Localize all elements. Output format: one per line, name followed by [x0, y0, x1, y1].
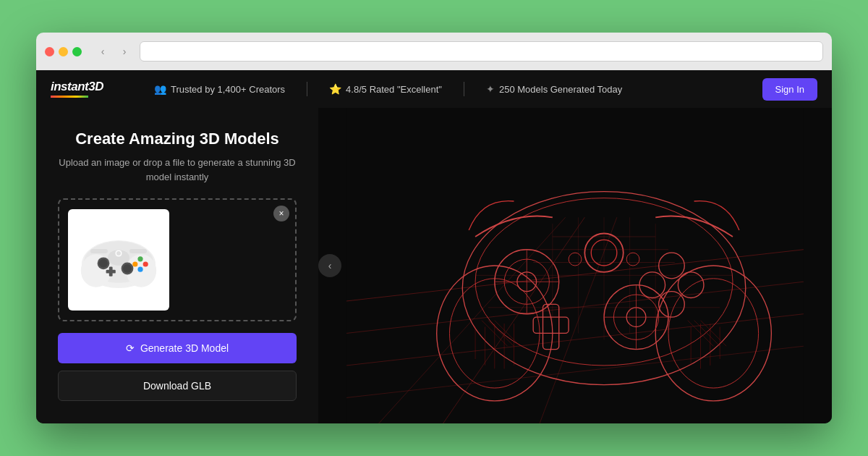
minimize-traffic-light[interactable]	[59, 47, 68, 56]
svg-rect-18	[129, 249, 147, 253]
svg-rect-17	[90, 249, 108, 253]
logo-text: instant3D	[51, 80, 103, 94]
navbar-stats: 👥 Trusted by 1,400+ Creators ⭐ 4.8/5 Rat…	[132, 82, 762, 96]
panel-subtitle: Upload an image or drop a file to genera…	[58, 156, 297, 184]
controller-preview	[75, 227, 162, 292]
generate-button[interactable]: ⟳ Generate 3D Model	[58, 333, 297, 363]
stat-rating-text: 4.8/5 Rated "Excellent"	[346, 84, 442, 95]
wireframe-scene	[318, 108, 832, 423]
svg-point-10	[123, 264, 132, 273]
upload-zone[interactable]: ×	[58, 198, 297, 321]
panel-title: Create Amazing 3D Models	[58, 130, 297, 148]
svg-point-6	[116, 251, 121, 256]
star-icon: ⭐	[329, 83, 341, 95]
close-traffic-light[interactable]	[45, 47, 54, 56]
svg-point-16	[132, 261, 137, 266]
generate-icon: ⟳	[126, 342, 135, 354]
main-content: Create Amazing 3D Models Upload an image…	[36, 108, 832, 423]
logo-bar	[51, 96, 88, 98]
logo: instant3D	[51, 80, 103, 98]
stat-creators: 👥 Trusted by 1,400+ Creators	[132, 83, 307, 95]
signin-button[interactable]: Sign In	[762, 78, 817, 101]
forward-nav-button[interactable]: ›	[115, 42, 134, 61]
people-icon: 👥	[154, 83, 166, 95]
stat-rating: ⭐ 4.8/5 Rated "Excellent"	[307, 83, 464, 95]
svg-point-14	[143, 261, 148, 266]
fullscreen-traffic-light[interactable]	[72, 47, 82, 56]
stat-models: ✦ 250 Models Generated Today	[464, 83, 644, 95]
viewport-back-button[interactable]: ‹	[318, 254, 341, 277]
navbar: instant3D 👥 Trusted by 1,400+ Creators ⭐…	[36, 70, 832, 108]
nav-buttons: ‹ ›	[93, 42, 134, 61]
browser-window: ‹ › instant3D 👥 Trusted by 1,400+ Creato…	[36, 33, 832, 423]
browser-chrome: ‹ ›	[36, 33, 832, 70]
left-panel: Create Amazing 3D Models Upload an image…	[36, 108, 318, 423]
download-button[interactable]: Download GLB	[58, 371, 297, 401]
stat-creators-text: Trusted by 1,400+ Creators	[171, 84, 285, 95]
generate-label: Generate 3D Model	[140, 342, 229, 354]
svg-point-13	[137, 256, 142, 261]
stat-models-text: 250 Models Generated Today	[499, 84, 622, 95]
uploaded-image	[68, 209, 169, 311]
traffic-lights	[45, 47, 82, 56]
svg-point-8	[99, 259, 108, 268]
close-upload-button[interactable]: ×	[273, 206, 289, 221]
svg-rect-12	[106, 270, 116, 274]
address-bar[interactable]	[140, 41, 823, 62]
sparkle-icon: ✦	[486, 83, 495, 95]
svg-point-15	[137, 267, 142, 272]
3d-viewport[interactable]: ‹	[318, 108, 832, 423]
browser-content: instant3D 👥 Trusted by 1,400+ Creators ⭐…	[36, 70, 832, 423]
back-nav-button[interactable]: ‹	[93, 42, 112, 61]
